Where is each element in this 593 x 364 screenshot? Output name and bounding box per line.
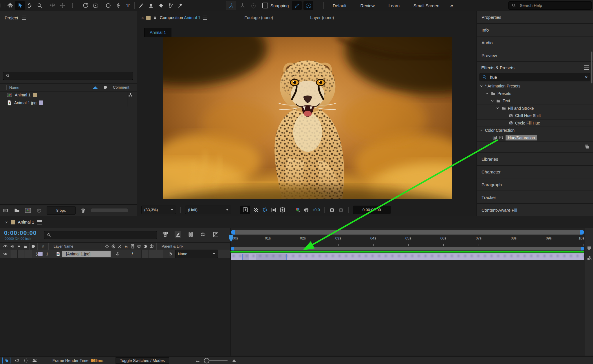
interpret-footage-icon[interactable] — [3, 207, 9, 214]
dependency-graph-icon[interactable] — [128, 92, 133, 97]
audio-column-icon[interactable] — [10, 244, 15, 249]
tree-preset-cycle-fill-hue[interactable]: Cycle Fill Hue — [477, 120, 593, 127]
delete-item-icon[interactable] — [80, 208, 86, 213]
panel-content-aware-fill[interactable]: Content-Aware Fill — [477, 204, 593, 217]
right-panel-scrollbar[interactable] — [591, 52, 592, 83]
panel-audio[interactable]: Audio — [477, 36, 593, 49]
zoom-tool[interactable] — [35, 1, 45, 10]
quality-column-icon[interactable] — [117, 244, 122, 249]
panel-tracker[interactable]: Tracker — [477, 191, 593, 204]
project-row-composition[interactable]: Animal 1 — [0, 91, 137, 99]
timeline-zoom-scrollbar[interactable] — [231, 230, 584, 235]
panel-character[interactable]: Character — [477, 166, 593, 178]
render-speed-snail-icon[interactable] — [32, 358, 37, 363]
collapse-column-icon[interactable] — [111, 244, 116, 249]
exposure-value[interactable]: +0,0 — [312, 208, 320, 212]
draft-3d-icon[interactable] — [175, 231, 181, 238]
region-of-interest-icon[interactable] — [271, 207, 277, 213]
take-snapshot-icon[interactable] — [329, 207, 335, 213]
workspace-tab-review[interactable]: Review — [354, 0, 382, 11]
project-search-box[interactable] — [3, 72, 133, 80]
shy-column-icon[interactable] — [105, 244, 109, 249]
workspace-overflow-button[interactable]: » — [446, 0, 457, 11]
scrollbar-right-handle[interactable] — [580, 230, 584, 235]
effects-search-box[interactable]: × — [479, 73, 590, 81]
transparency-grid-icon[interactable] — [253, 207, 259, 213]
panel-preview[interactable]: Preview — [477, 49, 593, 62]
effects-search-input[interactable] — [489, 75, 577, 80]
lock-column-icon[interactable] — [23, 244, 28, 249]
clone-stamp-tool[interactable] — [146, 1, 156, 10]
workspace-tab-learn[interactable]: Learn — [382, 0, 407, 11]
home-tool[interactable] — [5, 1, 15, 10]
tree-effect-hue-saturation[interactable]: Hue/Saturation — [477, 134, 593, 142]
column-comment[interactable]: Comment — [113, 85, 129, 89]
zoom-in-mountains-icon[interactable] — [231, 358, 238, 363]
time-ruler[interactable]: :00s 01s 02s 03s 04s 05s 06s 07s 08s 09s… — [230, 235, 585, 246]
project-panel-menu-icon[interactable] — [22, 16, 26, 20]
tab-composition[interactable]: Composition Animal 1 — [160, 15, 200, 20]
tree-animation-presets[interactable]: * Animation Presets — [477, 83, 593, 90]
panel-properties[interactable]: Properties — [477, 11, 593, 24]
workspace-tab-default[interactable]: Default — [326, 0, 354, 11]
pen-tool[interactable] — [113, 1, 123, 10]
clear-search-icon[interactable]: × — [585, 74, 588, 80]
layer-parent-dropdown[interactable]: None — [175, 250, 218, 258]
layer-name-cell[interactable]: [Animal 1.jpg] — [62, 251, 111, 257]
composition-chip[interactable]: Animal 1 — [144, 28, 171, 37]
panel-paragraph[interactable]: Paragraph — [477, 178, 593, 191]
zoom-slider-knob[interactable] — [204, 358, 209, 363]
shape-tool[interactable] — [103, 1, 113, 10]
grid-guides-icon[interactable] — [279, 207, 285, 213]
timeline-search-input[interactable] — [53, 233, 147, 238]
panel-info[interactable]: Info — [477, 24, 593, 36]
new-panel-icon[interactable] — [584, 144, 590, 149]
tree-presets-folder[interactable]: Presets — [477, 90, 593, 98]
roto-brush-tool[interactable] — [166, 1, 175, 10]
current-timecode[interactable]: 0:00:00:00 — [4, 229, 37, 236]
tab-layer[interactable]: Layer (none) — [310, 15, 334, 20]
tab-footage[interactable]: Footage (none) — [244, 15, 273, 20]
unlock-icon[interactable] — [153, 15, 158, 20]
brush-tool[interactable] — [136, 1, 146, 10]
composition-mini-flowchart-icon[interactable] — [162, 231, 168, 237]
mask-visibility-icon[interactable] — [262, 207, 268, 213]
scrollbar-left-handle[interactable] — [231, 230, 235, 235]
layer-row[interactable]: ❯ 1 [Animal 1.jpg] / None — [0, 250, 230, 258]
sort-ascending-icon[interactable] — [93, 86, 98, 89]
layer-duration-bar[interactable] — [231, 253, 584, 260]
viewer-time-display[interactable]: 0:00:00:00 — [353, 206, 391, 214]
selection-tool[interactable] — [15, 1, 25, 10]
project-row-footage[interactable]: Animal 1.jpg — [0, 99, 137, 107]
snapping-checkbox[interactable] — [262, 3, 268, 8]
tree-fill-and-stroke-folder[interactable]: Fill and Stroke — [477, 105, 593, 112]
adjustment-column-icon[interactable] — [143, 244, 148, 249]
label-column-icon[interactable] — [31, 244, 36, 249]
camera-roi-tool[interactable] — [90, 1, 100, 10]
expressions-icon[interactable] — [23, 358, 28, 363]
layer-label-swatch[interactable] — [38, 252, 43, 256]
snap-to-features-button[interactable] — [303, 1, 313, 10]
layer-quality-icon[interactable]: / — [132, 251, 133, 257]
tree-text-folder[interactable]: Text — [477, 97, 593, 105]
toolbar-grip[interactable] — [1, 2, 5, 9]
work-area-start-handle[interactable] — [231, 247, 234, 250]
rotation-tool[interactable] — [80, 1, 90, 10]
motion-blur-icon[interactable] — [200, 231, 206, 237]
column-parent-link[interactable]: Parent & Link — [158, 244, 187, 248]
solo-column-icon[interactable] — [17, 244, 21, 248]
composition-canvas[interactable] — [163, 37, 452, 199]
motion-blur-column-icon[interactable] — [137, 244, 142, 249]
channel-rgb-icon[interactable] — [294, 207, 301, 213]
column-label-icon[interactable] — [103, 85, 108, 90]
blend-modes-icon[interactable] — [14, 358, 20, 363]
column-hash[interactable]: # — [39, 244, 47, 248]
label-color-swatch[interactable] — [33, 93, 37, 97]
workspace-tab-small-screen[interactable]: Small Screen — [407, 0, 446, 11]
frame-blend-column-icon[interactable] — [130, 244, 135, 249]
hand-tool[interactable] — [25, 1, 35, 10]
timeline-tab[interactable]: Animal 1 — [18, 220, 34, 224]
fast-previews-icon[interactable] — [240, 206, 250, 214]
mini-flowchart-button[interactable] — [2, 357, 10, 364]
orbit-camera-tool[interactable] — [48, 1, 58, 10]
